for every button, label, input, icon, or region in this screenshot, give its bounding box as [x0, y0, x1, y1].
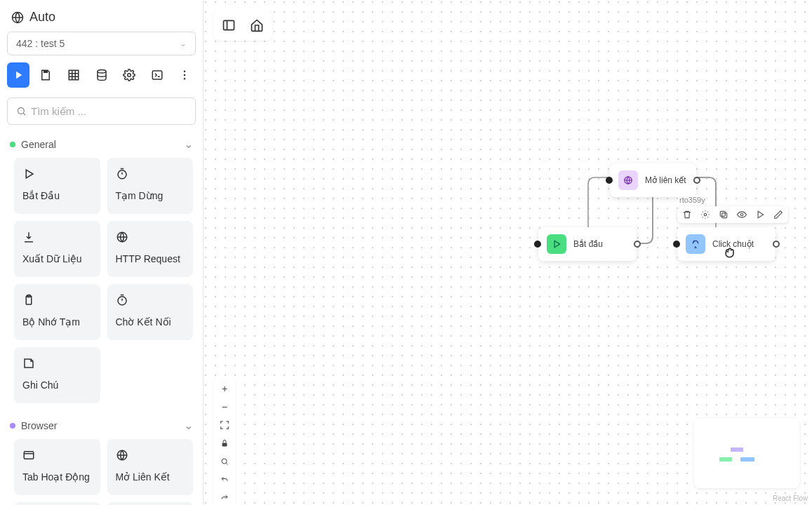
- section-browser-title: Browser: [21, 420, 178, 431]
- gear-icon: [123, 69, 135, 81]
- edit-node-button[interactable]: [773, 209, 784, 220]
- terminal-button[interactable]: [146, 62, 168, 88]
- copy-icon: [719, 210, 728, 220]
- project-selector[interactable]: 442 : test 5 ⌄: [7, 32, 196, 55]
- node-toolbar: [677, 206, 788, 223]
- undo-button[interactable]: [216, 471, 233, 488]
- gear-icon: [700, 210, 710, 220]
- port-out[interactable]: [634, 241, 641, 248]
- edge-label: rto359y: [678, 196, 707, 204]
- svg-point-24: [222, 459, 227, 464]
- node-click[interactable]: Click chuột: [677, 227, 776, 261]
- canvas-area[interactable]: Bắt đầu Mở liên kết rto359y: [204, 0, 812, 505]
- card-label: Xuất Dữ Liệu: [22, 253, 92, 264]
- brand: Auto: [7, 7, 196, 32]
- card-label: Tab Hoạt Động: [22, 471, 92, 483]
- port-out[interactable]: [693, 177, 700, 184]
- node-start[interactable]: Bắt đầu: [538, 227, 637, 261]
- svg-rect-17: [224, 20, 234, 29]
- settings-button[interactable]: [118, 62, 140, 88]
- minimap-node: [740, 457, 754, 462]
- node-open-link[interactable]: Mở liên kết: [610, 163, 696, 197]
- svg-point-9: [18, 108, 25, 114]
- play-icon: [547, 234, 566, 254]
- delete-node-button[interactable]: [681, 209, 693, 220]
- database-button[interactable]: [91, 62, 113, 88]
- svg-rect-1: [44, 70, 48, 73]
- search-input[interactable]: [31, 105, 187, 117]
- card-label: Bộ Nhớ Tạm: [22, 316, 92, 328]
- pencil-icon: [773, 210, 783, 220]
- section-general-body: Bắt Đầu Tạm Dừng Xuất Dữ Liệu HTTP Reque…: [7, 158, 196, 416]
- card-open-link[interactable]: Mở Liên Kết: [107, 439, 194, 495]
- grid-button[interactable]: [62, 62, 85, 88]
- search-canvas-button[interactable]: [216, 453, 233, 470]
- search-icon: [220, 457, 229, 466]
- card-note[interactable]: Ghi Chú: [14, 347, 100, 403]
- section-browser-head[interactable]: Browser ⌄: [7, 416, 196, 439]
- port-in[interactable]: [534, 241, 541, 248]
- port-in[interactable]: [606, 177, 613, 184]
- run-button[interactable]: [7, 62, 29, 88]
- lock-icon: [220, 439, 229, 447]
- download-icon: [22, 231, 35, 243]
- zoom-out-button[interactable]: −: [216, 398, 233, 415]
- canvas[interactable]: Bắt đầu Mở liên kết rto359y: [204, 0, 812, 505]
- fit-view-button[interactable]: [216, 417, 233, 433]
- redo-button[interactable]: [216, 490, 233, 505]
- globe-icon: [116, 449, 128, 462]
- minimap-node: [719, 457, 732, 462]
- more-vertical-icon: [178, 69, 191, 81]
- card-start[interactable]: Bắt Đầu: [14, 158, 100, 214]
- card-label: Mở Liên Kết: [116, 471, 185, 483]
- save-button[interactable]: [35, 62, 58, 88]
- play-icon: [755, 210, 765, 220]
- svg-rect-21: [720, 211, 725, 216]
- search-input-wrap[interactable]: [7, 97, 196, 125]
- home-button[interactable]: [246, 14, 268, 36]
- lock-button[interactable]: [216, 435, 233, 452]
- home-icon: [250, 18, 264, 32]
- attribution: React Flow: [773, 494, 808, 502]
- port-out[interactable]: [773, 241, 780, 248]
- chevron-down-icon: ⌄: [184, 137, 193, 151]
- settings-node-button[interactable]: [700, 209, 711, 220]
- card-wait[interactable]: Chờ Kết Nối: [107, 284, 194, 340]
- redo-icon: [220, 494, 229, 502]
- undo-icon: [220, 476, 229, 484]
- maximize-icon: [220, 420, 229, 430]
- minimap-node: [731, 447, 743, 452]
- port-in[interactable]: [673, 241, 680, 248]
- dot-icon: [10, 423, 15, 429]
- minimap[interactable]: [694, 418, 799, 488]
- toggle-sidebar-button[interactable]: [218, 14, 240, 36]
- chevron-down-icon: ⌄: [184, 419, 193, 432]
- save-icon: [39, 69, 52, 81]
- svg-point-22: [740, 213, 743, 216]
- card-pause[interactable]: Tạm Dừng: [107, 158, 194, 214]
- section-general-head[interactable]: General ⌄: [7, 135, 196, 158]
- svg-point-4: [128, 74, 131, 77]
- more-button[interactable]: [173, 62, 196, 88]
- copy-node-button[interactable]: [718, 209, 729, 220]
- svg-rect-20: [722, 213, 727, 218]
- card-back[interactable]: Quay Lại: [107, 502, 194, 505]
- chevron-down-icon: ⌄: [180, 39, 187, 48]
- card-http[interactable]: HTTP Request: [107, 221, 194, 277]
- globe-icon: [116, 231, 128, 243]
- card-export[interactable]: Xuất Dữ Liệu: [14, 221, 100, 277]
- play-icon: [22, 168, 35, 180]
- timer-icon: [116, 168, 128, 180]
- card-active-tab[interactable]: Tab Hoạt Động: [14, 439, 100, 495]
- card-switch-tab[interactable]: Chuyển Tab: [14, 502, 100, 505]
- card-label: HTTP Request: [116, 253, 185, 264]
- pointer-icon: [686, 234, 705, 254]
- trash-icon: [682, 210, 692, 220]
- globe-icon: [11, 11, 24, 24]
- card-storage[interactable]: Bộ Nhớ Tạm: [14, 284, 100, 340]
- dot-icon: [10, 142, 15, 147]
- section-general-title: General: [21, 139, 178, 150]
- preview-node-button[interactable]: [736, 209, 747, 220]
- zoom-in-button[interactable]: +: [216, 380, 233, 397]
- run-node-button[interactable]: [754, 209, 766, 220]
